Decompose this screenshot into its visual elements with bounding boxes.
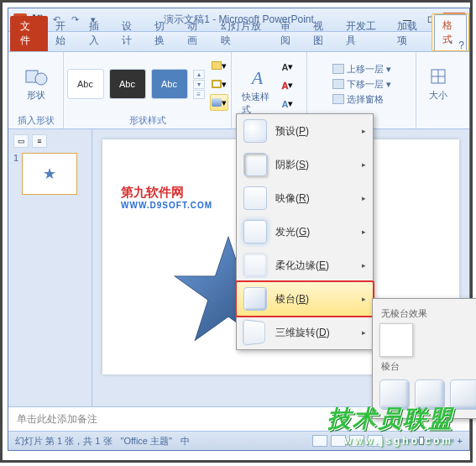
tab-view[interactable]: 视图 (306, 16, 338, 51)
size-icon-glyph (429, 67, 447, 87)
shape-style-1[interactable]: Abc (67, 69, 104, 99)
preset-icon (243, 119, 267, 143)
shape-style-3[interactable]: Abc (151, 69, 188, 99)
effects-bevel[interactable]: 棱台(B) ▸ (236, 281, 374, 317)
chevron-right-icon: ▸ (362, 160, 366, 169)
shape-effects-button[interactable]: ▾ (210, 94, 228, 111)
tab-design[interactable]: 设计 (114, 16, 147, 51)
wordart-icon: A (252, 67, 263, 89)
no-bevel-option[interactable] (379, 323, 413, 357)
chevron-right-icon: ▸ (362, 127, 366, 135)
glow-icon (243, 220, 267, 243)
effects-reflection[interactable]: 映像(R) ▸ (237, 181, 373, 215)
size-button[interactable]: 大小 (426, 67, 450, 104)
chevron-right-icon: ▸ (362, 194, 366, 202)
shapes-label: 形状 (27, 89, 45, 102)
shape-style-2[interactable]: Abc (109, 69, 146, 99)
ribbon-tabs: 文件 开始 插入 设计 切换 动画 幻灯片放映 审阅 视图 开发工具 加载项 格… (8, 32, 469, 52)
no-bevel-heading: 无棱台效果 (379, 304, 476, 323)
slide-counter: 幻灯片 第 1 张，共 1 张 (15, 435, 112, 448)
style-scroll-down[interactable]: ▾ (193, 80, 205, 89)
tab-home[interactable]: 开始 (48, 16, 81, 51)
normal-view-button[interactable] (312, 435, 327, 447)
group-shape-styles-label: 形状样式 (129, 113, 166, 127)
tab-transition[interactable]: 切换 (147, 16, 180, 51)
shape-outline-button[interactable]: ▾ (210, 76, 228, 92)
effects-3d-rotation[interactable]: 三维旋转(D) ▸ (237, 316, 373, 349)
effects-soft-edges[interactable]: 柔化边缘(E) ▸ (237, 249, 373, 282)
send-backward-button[interactable]: 下移一层 ▾ (332, 78, 391, 91)
text-effects-button[interactable]: A▾ (279, 96, 297, 113)
effects-shadow[interactable]: 阴影(S) ▸ (237, 148, 373, 181)
tab-insert[interactable]: 插入 (81, 16, 114, 51)
bring-forward-icon (332, 64, 344, 74)
theme-name: "Office 主题" (121, 435, 172, 448)
slide-thumbnail-1[interactable]: ★ (22, 153, 77, 195)
bring-forward-button[interactable]: 上移一层 ▾ (332, 63, 391, 76)
style-scroll-up[interactable]: ▴ (193, 70, 205, 79)
overlay-brand: 技术员联盟 www.jsgho.com (327, 403, 453, 447)
svg-point-1 (35, 73, 47, 85)
selection-pane-icon (332, 94, 344, 104)
chevron-right-icon: ▸ (362, 295, 366, 303)
rotation-3d-icon (243, 319, 265, 346)
text-outline-button[interactable]: A▾ (279, 77, 297, 94)
bevel-option-3[interactable] (450, 380, 476, 410)
chevron-right-icon: ▸ (362, 261, 366, 270)
reflection-icon (243, 186, 267, 210)
group-insert-shapes-label: 插入形状 (18, 113, 55, 127)
effects-preset[interactable]: 预设(P) ▸ (237, 114, 373, 148)
shape-fill-button[interactable]: ▾ (210, 57, 228, 74)
tab-slideshow[interactable]: 幻灯片放映 (213, 16, 273, 51)
chevron-right-icon: ▸ (362, 328, 366, 337)
star-icon: ★ (43, 165, 56, 183)
language-indicator[interactable]: 中 (180, 435, 190, 448)
help-icon[interactable]: ? (458, 39, 464, 51)
style-gallery-expand[interactable]: ≡ (193, 90, 205, 99)
outline-tab[interactable]: ≡ (32, 134, 47, 148)
watermark: 第九软件网 WWW.D9SOFT.COM (121, 185, 212, 210)
tab-developer[interactable]: 开发工具 (338, 16, 390, 51)
shadow-icon (243, 153, 267, 176)
tab-animation[interactable]: 动画 (180, 16, 212, 51)
shape-effects-menu: 预设(P) ▸ 阴影(S) ▸ 映像(R) ▸ 发光(G) ▸ 柔化边缘(E) … (236, 113, 374, 350)
soft-edges-icon (243, 254, 267, 277)
bevel-submenu: 无棱台效果 棱台 (372, 298, 476, 419)
selection-pane-button[interactable]: 选择窗格 (332, 93, 391, 106)
tab-review[interactable]: 审阅 (273, 16, 306, 51)
ribbon-minimize-icon[interactable]: ˅ (448, 39, 453, 51)
effects-glow[interactable]: 发光(G) ▸ (237, 215, 373, 249)
bevel-icon (243, 287, 267, 311)
quick-styles-button[interactable]: A 快速样式 (242, 67, 274, 104)
send-backward-icon (332, 79, 344, 89)
zoom-in-button[interactable]: + (458, 436, 463, 446)
thumb-number: 1 (13, 153, 18, 163)
insert-shapes-button[interactable]: 形状 (22, 65, 50, 102)
chevron-right-icon: ▸ (362, 228, 366, 236)
slide-thumbnails-panel: ▭ ≡ 1 ★ (8, 129, 92, 406)
tab-file[interactable]: 文件 (10, 16, 48, 51)
text-fill-button[interactable]: A▾ (279, 59, 297, 76)
slides-tab[interactable]: ▭ (13, 134, 29, 148)
bevel-heading: 棱台 (379, 357, 476, 376)
tab-addins[interactable]: 加载项 (390, 16, 432, 51)
